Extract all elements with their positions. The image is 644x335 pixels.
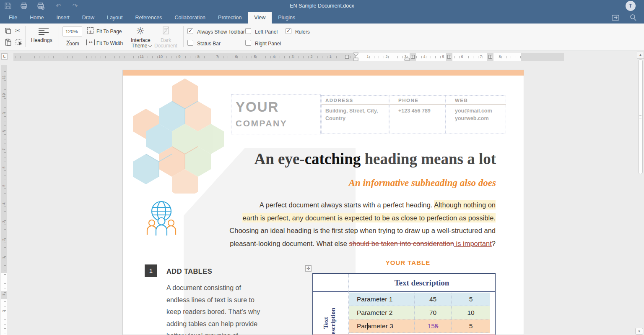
tab-home[interactable]: Home <box>23 12 50 24</box>
contact-header-web: WEB <box>446 95 506 105</box>
contact-header-phone: PHONE <box>389 95 446 105</box>
tracked-deletion: should be taken into consideration <box>349 240 454 247</box>
table-caption: YOUR TABLE <box>345 259 471 266</box>
document-title: EN Sample Document.docx <box>0 3 644 9</box>
table-side-label: Textdescription <box>322 291 339 335</box>
data-table[interactable]: Text description Textdescription Paramet… <box>312 273 496 335</box>
company-name: YOUR <box>236 99 279 115</box>
zoom-dropdown[interactable]: 120% <box>62 26 82 37</box>
view-toolbar: ✂ Headings 120% Zoom ↕ Fit To Page ↔ Fit… <box>0 24 644 50</box>
tab-selector-button[interactable]: L <box>1 53 8 60</box>
ruler-number: 2 <box>384 55 389 59</box>
section-body: A document consisting of endless lines o… <box>166 282 276 335</box>
contact-web: you@mail.comyourweb.com <box>446 105 506 133</box>
status-bar-label[interactable]: Status Bar <box>197 41 221 47</box>
table-header-cell[interactable]: Text description <box>348 274 495 292</box>
fit-to-page-icon: ↕ <box>87 27 93 34</box>
tab-view[interactable]: View <box>248 12 272 24</box>
right-indent-marker[interactable] <box>404 57 410 61</box>
left-panel-label[interactable]: Left Panel <box>255 29 278 35</box>
headings-icon <box>39 28 49 36</box>
right-panel-checkbox[interactable] <box>245 40 251 46</box>
tracked-change-value: 15 <box>428 322 435 330</box>
menu-tab-bar: File Home Insert Draw Layout References … <box>0 12 644 24</box>
tracked-change-deleted: 5 <box>435 322 439 330</box>
highlighted-text: earth is perfect, any document is expect… <box>242 213 496 222</box>
ruler-number: 7 <box>478 55 483 59</box>
divider <box>59 26 59 47</box>
zoom-label: Zoom <box>66 41 79 47</box>
tab-collaboration[interactable]: Collaboration <box>168 12 212 24</box>
always-show-toolbar-checkbox[interactable]: ✓ <box>187 28 193 34</box>
rulers-checkbox[interactable]: ✓ <box>286 28 291 34</box>
fit-to-width-button[interactable]: Fit To Width <box>96 40 123 46</box>
copy-icon[interactable] <box>4 27 12 34</box>
title-bar: ↶ ↷ EN Sample Document.docx T <box>0 0 644 12</box>
contact-table: ADDRESS PHONE WEB Building, Street, City… <box>321 95 506 133</box>
select-all-icon[interactable] <box>15 39 23 46</box>
divider <box>277 26 277 47</box>
section-number-badge: 1 <box>145 264 157 277</box>
fit-to-width-icon: ↔ <box>86 39 95 45</box>
tab-references[interactable]: References <box>129 12 168 24</box>
tab-protection[interactable]: Protection <box>212 12 248 24</box>
left-panel-checkbox[interactable] <box>245 28 251 34</box>
table-column-marker[interactable] <box>488 55 492 59</box>
rulers-label[interactable]: Rulers <box>295 29 310 35</box>
scrollbar-thumb[interactable] <box>638 59 643 174</box>
table-header-row: Text description <box>313 274 495 292</box>
document-subheading: An informative subheading also does <box>291 178 496 188</box>
ruler-number: 1 <box>365 55 370 59</box>
tab-draw[interactable]: Draw <box>76 12 101 24</box>
scroll-up-button[interactable]: ▲ <box>637 52 644 59</box>
contact-phone: +123 456 789 <box>389 105 446 133</box>
intro-paragraph: A perfect document always starts with a … <box>184 199 496 250</box>
ruler-number: 6 <box>460 55 465 59</box>
tab-insert[interactable]: Insert <box>50 12 76 24</box>
contact-header-address: ADDRESS <box>321 95 389 105</box>
document-heading: An eye-catching heading means a lot <box>186 150 496 168</box>
table-row[interactable]: Parameter 2 70 10 <box>349 306 490 319</box>
section-title: ADD TABLES <box>166 267 212 275</box>
corner-button[interactable]: ▾ <box>635 328 643 335</box>
table-move-handle[interactable]: ✛ <box>305 265 312 272</box>
table-row[interactable]: Parameter 3 155 5 <box>349 319 490 333</box>
cut-icon[interactable]: ✂ <box>15 27 23 34</box>
horizontal-ruler[interactable]: 1110987654321 12345678 <box>13 53 564 61</box>
dark-document-icon <box>162 26 170 35</box>
fit-to-page-button[interactable]: Fit To Page <box>96 29 122 34</box>
status-bar-checkbox[interactable] <box>187 40 193 46</box>
company-name-box: YOUR COMPANY <box>231 94 321 134</box>
scrollbar-grip <box>639 115 641 119</box>
highlighted-text: Although nothing on <box>434 200 496 209</box>
table-column-marker[interactable] <box>447 55 451 59</box>
globe-people-icon <box>145 200 177 236</box>
divider <box>183 26 184 47</box>
divider <box>126 26 126 47</box>
ruler-number: 8 <box>497 55 502 59</box>
avatar[interactable]: T <box>626 1 636 11</box>
tab-file[interactable]: File <box>3 12 23 24</box>
search-icon[interactable] <box>629 13 637 22</box>
vertical-ruler[interactable]: 1110987654321 12 <box>1 65 7 335</box>
ruler-number: 1 <box>2 292 6 297</box>
table-column-marker[interactable] <box>345 55 349 59</box>
hexagon-logo <box>122 72 224 194</box>
tab-plugins[interactable]: Plugins <box>272 12 301 24</box>
ruler-number: 2 <box>2 309 6 314</box>
table-column-marker[interactable] <box>411 55 415 59</box>
document-page[interactable]: YOUR COMPANY ADDRESS PHONE WEB Building,… <box>122 70 524 335</box>
ruler-number: 5 <box>441 55 446 59</box>
tab-layout[interactable]: Layout <box>101 12 129 24</box>
indent-marker[interactable] <box>353 52 359 62</box>
ruler-number: 4 <box>422 55 427 59</box>
paste-icon[interactable] <box>4 39 12 46</box>
tracked-insertion: is important <box>454 240 492 247</box>
interface-theme-icon: ☼ <box>136 26 145 36</box>
always-show-toolbar-label[interactable]: Always Show Toolbar <box>197 29 245 35</box>
chevron-down-icon <box>148 44 152 47</box>
table-row[interactable]: Parameter 1 45 5 <box>349 293 490 306</box>
contact-address: Building, Street, City,Country <box>321 105 389 133</box>
open-file-location-icon[interactable] <box>611 13 620 22</box>
divider <box>25 26 26 47</box>
